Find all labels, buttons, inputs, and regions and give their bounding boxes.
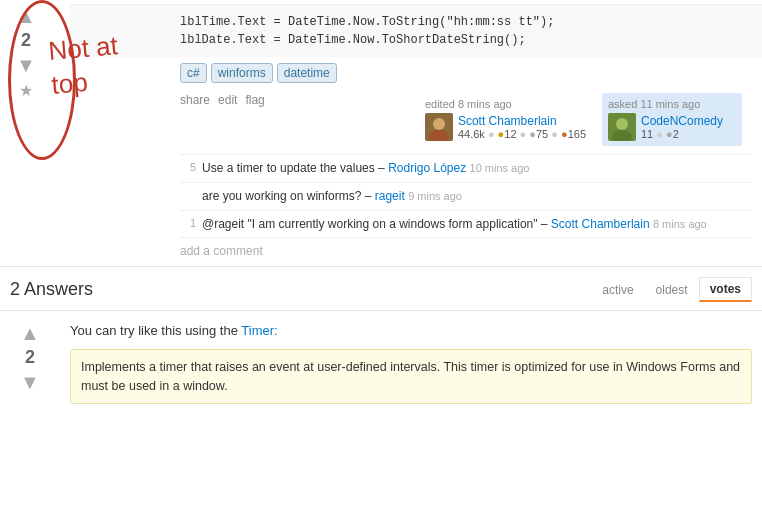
- editor-box: edited 8 mins ago Scott Chamberlain: [419, 93, 592, 146]
- comment-row: 1 @rageit "I am currently working on a w…: [180, 210, 752, 238]
- downvote-button[interactable]: ▼: [14, 53, 38, 77]
- answer-downvote-button[interactable]: ▼: [18, 370, 42, 394]
- add-comment-link[interactable]: add a comment: [180, 237, 752, 262]
- comment-text-2: are you working on winforms? – rageit 9 …: [202, 188, 752, 205]
- edit-link[interactable]: edit: [218, 93, 237, 107]
- asker-user-row: CodeNComedy 11 ● ●2: [608, 113, 736, 141]
- asker-avatar: [608, 113, 636, 141]
- flag-link[interactable]: flag: [245, 93, 264, 107]
- asked-time: asked 11 mins ago: [608, 98, 736, 110]
- comment-row: 5 Use a timer to update the values – Rod…: [180, 154, 752, 182]
- highlight-box: Implements a timer that raises an event …: [70, 349, 752, 405]
- comment-user-link-3[interactable]: Scott Chamberlain: [551, 217, 650, 231]
- share-link[interactable]: share: [180, 93, 210, 107]
- sort-tab-votes[interactable]: votes: [699, 277, 752, 302]
- page-wrapper: Not at top ▲ 2 ▼ ★ lblTime.Text = DateTi…: [0, 0, 762, 414]
- answer-area: ▲ 2 ▼ You can try like this using the Ti…: [0, 310, 762, 414]
- tags-row: c# winforms datetime: [70, 57, 762, 89]
- answer-timer-link[interactable]: Timer:: [241, 323, 277, 338]
- comment-user-link-1[interactable]: Rodrigo López: [388, 161, 466, 175]
- answers-count: 2 Answers: [10, 279, 591, 300]
- svg-point-1: [433, 118, 445, 130]
- sort-tabs: active oldest votes: [591, 277, 752, 302]
- sort-tab-oldest[interactable]: oldest: [645, 278, 699, 302]
- answer-upvote-button[interactable]: ▲: [18, 321, 42, 345]
- comment-vote-1[interactable]: 5: [180, 160, 196, 175]
- answer-inner: You can try like this using the Timer: I…: [10, 321, 752, 404]
- answer-vote-col: ▲ 2 ▼: [10, 321, 50, 394]
- tag-winforms[interactable]: winforms: [211, 63, 273, 83]
- comment-text-1: Use a timer to update the values – Rodri…: [202, 160, 752, 177]
- tag-datetime[interactable]: datetime: [277, 63, 337, 83]
- tag-csharp[interactable]: c#: [180, 63, 207, 83]
- action-links: share edit flag: [180, 93, 419, 107]
- svg-point-4: [616, 118, 628, 130]
- code-line-1: lblTime.Text = DateTime.Now.ToString("hh…: [180, 13, 752, 31]
- comment-user-link-2[interactable]: rageit: [375, 189, 405, 203]
- vote-column: ▲ 2 ▼ ★: [8, 4, 44, 100]
- favorite-button[interactable]: ★: [19, 81, 33, 100]
- asker-box: asked 11 mins ago CodeNComedy: [602, 93, 742, 146]
- vote-count: 2: [21, 28, 31, 53]
- answers-header: 2 Answers active oldest votes: [0, 266, 762, 310]
- comments-section: 5 Use a timer to update the values – Rod…: [70, 150, 762, 266]
- comment-vote-3[interactable]: 1: [180, 216, 196, 231]
- comment-text-3: @rageit "I am currently working on a win…: [202, 216, 752, 233]
- asker-rep: 11 ● ●2: [641, 128, 723, 140]
- editor-rep: 44.6k ● ●12 ● ●75 ● ●165: [458, 128, 586, 140]
- editor-user-row: Scott Chamberlain 44.6k ● ●12 ● ●75 ● ●1…: [425, 113, 586, 141]
- comment-row: are you working on winforms? – rageit 9 …: [180, 182, 752, 210]
- user-info-row: edited 8 mins ago Scott Chamberlain: [419, 93, 752, 146]
- code-line-2: lblDate.Text = DateTime.Now.ToShortDateS…: [180, 31, 752, 49]
- top-section: ▲ 2 ▼ ★ lblTime.Text = DateTime.Now.ToSt…: [0, 0, 762, 266]
- actions-row: share edit flag edited 8 mins ago: [70, 89, 762, 150]
- asker-name[interactable]: CodeNComedy: [641, 114, 723, 128]
- upvote-button[interactable]: ▲: [14, 4, 38, 28]
- answer-text: You can try like this using the Timer:: [70, 321, 752, 341]
- editor-info: Scott Chamberlain 44.6k ● ●12 ● ●75 ● ●1…: [458, 114, 586, 140]
- editor-name[interactable]: Scott Chamberlain: [458, 114, 586, 128]
- comment-vote-2: [180, 188, 196, 203]
- edited-time: edited 8 mins ago: [425, 98, 586, 110]
- asker-info: CodeNComedy 11 ● ●2: [641, 114, 723, 140]
- code-block: lblTime.Text = DateTime.Now.ToString("hh…: [70, 4, 762, 57]
- editor-avatar: [425, 113, 453, 141]
- sort-tab-active[interactable]: active: [591, 278, 644, 302]
- answer-vote-count: 2: [25, 345, 35, 370]
